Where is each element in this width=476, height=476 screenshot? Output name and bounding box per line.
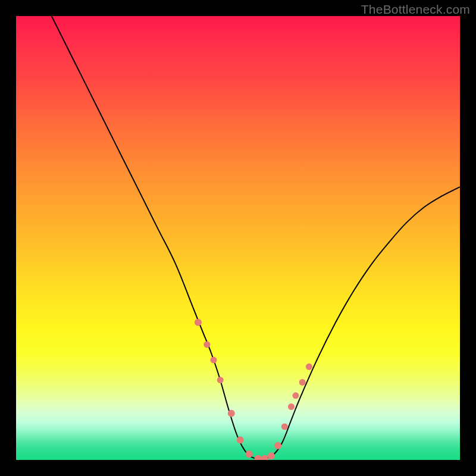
marker-dot xyxy=(246,450,253,458)
marker-dot xyxy=(261,455,268,460)
bottleneck-curve-path xyxy=(52,16,460,459)
chart-plot-area xyxy=(16,16,460,460)
marker-dot xyxy=(237,436,244,443)
marker-dot xyxy=(203,342,210,348)
marker-dot xyxy=(211,357,217,364)
watermark-text: TheBottleneck.com xyxy=(361,2,470,17)
marker-dots-group xyxy=(195,319,312,460)
marker-dot xyxy=(228,410,235,417)
marker-dot xyxy=(268,452,275,459)
marker-dot xyxy=(217,377,224,383)
marker-dot xyxy=(306,364,312,370)
marker-dot xyxy=(293,392,299,399)
marker-dot xyxy=(255,455,262,460)
marker-dot xyxy=(274,442,281,449)
marker-dot xyxy=(288,403,295,410)
marker-dot xyxy=(299,379,306,386)
bottleneck-chart-svg xyxy=(16,16,460,460)
marker-dot xyxy=(281,424,288,430)
marker-dot xyxy=(195,319,202,326)
